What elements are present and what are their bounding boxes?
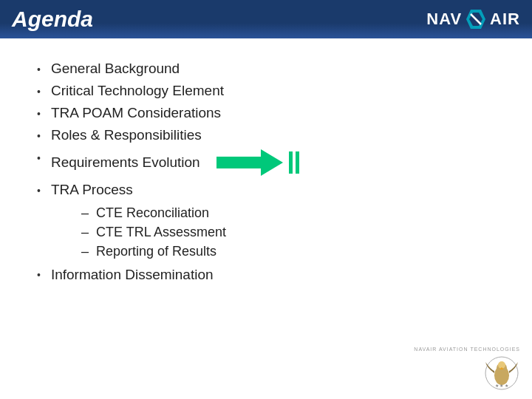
bullet-text: TRA POAM Considerations bbox=[51, 105, 221, 121]
list-item-requirements: • Requirements Evolution bbox=[37, 149, 495, 176]
sub-bullet-list: – CTE Reconciliation – CTE TRL Assessmen… bbox=[81, 205, 495, 259]
list-item: • TRA POAM Considerations bbox=[37, 105, 495, 121]
bullet-icon: • bbox=[37, 64, 41, 75]
svg-marker-3 bbox=[216, 149, 283, 176]
header: Agenda NAV AIR bbox=[0, 0, 532, 38]
bullet-icon: • bbox=[37, 185, 41, 197]
sub-bullet-text: CTE TRL Assessment bbox=[96, 225, 226, 240]
list-item: • Critical Technology Element bbox=[37, 83, 495, 99]
bullet-icon: • bbox=[37, 269, 41, 281]
list-item: • Roles & Responsibilities bbox=[37, 127, 495, 143]
footer: NAVAIR Aviation Technologies ★ ★ ★ bbox=[414, 347, 520, 392]
logo-nav-text: NAV bbox=[426, 10, 462, 29]
list-item: • General Background bbox=[37, 61, 495, 77]
bullet-text: Critical Technology Element bbox=[51, 83, 224, 99]
footer-text: NAVAIR Aviation Technologies bbox=[414, 347, 520, 352]
bullet-text: TRA Process bbox=[51, 182, 133, 198]
requirements-row: Requirements Evolution bbox=[51, 149, 299, 176]
sub-list-item: – CTE Reconciliation bbox=[81, 205, 495, 221]
logo-slash-icon bbox=[465, 8, 487, 30]
sub-list-item: – CTE TRL Assessment bbox=[81, 225, 495, 240]
bullet-list: • General Background • Critical Technolo… bbox=[37, 61, 495, 198]
bottom-bullet-text: Information Dissemination bbox=[51, 267, 214, 283]
bullet-icon: • bbox=[37, 108, 41, 120]
bullet-text: Roles & Responsibilities bbox=[51, 127, 202, 143]
list-item-tra-process: • TRA Process bbox=[37, 182, 495, 198]
bullet-icon: • bbox=[37, 86, 41, 98]
main-content: • General Background • Critical Technolo… bbox=[0, 38, 532, 298]
bullet-icon: • bbox=[37, 130, 41, 142]
bottom-bullet-item: • Information Dissemination bbox=[37, 267, 495, 283]
bullet-text: Requirements Evolution bbox=[51, 154, 200, 171]
pause-lines bbox=[289, 151, 299, 174]
sub-bullet-text: CTE Reconciliation bbox=[96, 205, 209, 221]
dash-icon: – bbox=[81, 225, 89, 240]
dash-icon: – bbox=[81, 244, 89, 259]
eagle-emblem-icon: ★ ★ ★ bbox=[483, 355, 520, 392]
arrow-icon bbox=[216, 149, 283, 176]
bullet-text: General Background bbox=[51, 61, 180, 77]
sub-list-item: – Reporting of Results bbox=[81, 244, 495, 259]
svg-text:★ ★ ★: ★ ★ ★ bbox=[495, 383, 508, 388]
bullet-icon: • bbox=[37, 152, 41, 164]
logo-air-text: AIR bbox=[490, 10, 520, 29]
navair-logo: NAV AIR bbox=[426, 8, 520, 30]
sub-bullet-text: Reporting of Results bbox=[96, 244, 216, 259]
dash-icon: – bbox=[81, 205, 89, 221]
arrow-graphic bbox=[216, 149, 299, 176]
page-title: Agenda bbox=[12, 7, 93, 32]
